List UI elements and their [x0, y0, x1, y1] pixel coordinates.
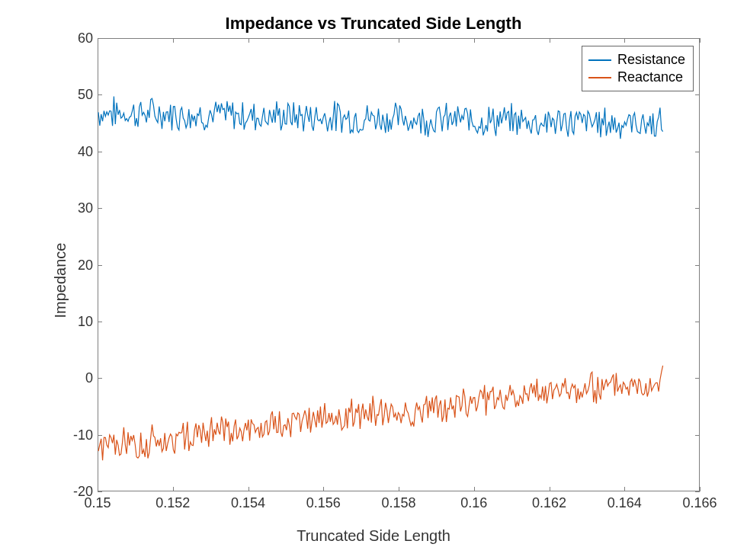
- y-tick-mark: [98, 152, 102, 152]
- x-tick-mark: [248, 487, 249, 491]
- x-tick-mark: [323, 487, 324, 491]
- x-tick-mark: [550, 487, 550, 491]
- series-line-reactance: [98, 366, 663, 461]
- series-line-resistance: [98, 97, 663, 139]
- legend-item-reactance: Reactance: [588, 69, 685, 85]
- y-tick-mark: [695, 491, 700, 492]
- x-tick-mark: [98, 38, 98, 43]
- y-tick-label: 50: [47, 87, 93, 103]
- y-tick-mark: [98, 435, 102, 436]
- x-tick-mark: [323, 38, 324, 43]
- y-tick-label: 0: [47, 370, 93, 386]
- y-tick-label: -10: [47, 427, 93, 443]
- y-tick-mark: [98, 491, 102, 492]
- x-tick-mark: [700, 38, 701, 43]
- x-tick-mark: [173, 487, 174, 491]
- x-tick-label: 0.164: [608, 495, 642, 511]
- x-tick-mark: [399, 487, 399, 491]
- legend-label-resistance: Resistance: [617, 52, 685, 68]
- y-tick-label: 20: [47, 257, 93, 273]
- x-tick-label: 0.156: [306, 495, 341, 511]
- x-tick-mark: [474, 38, 475, 43]
- y-tick-mark: [98, 322, 102, 322]
- y-tick-label: 40: [47, 143, 93, 159]
- x-tick-label: 0.154: [231, 495, 265, 511]
- x-axis-label: Truncated Side Length: [0, 527, 747, 545]
- x-tick-mark: [700, 487, 701, 491]
- x-tick-mark: [550, 38, 550, 43]
- y-tick-mark: [98, 378, 102, 379]
- x-tick-mark: [98, 487, 98, 491]
- x-tick-label: 0.162: [532, 495, 566, 511]
- y-axis-label: Impedance: [52, 242, 69, 318]
- y-tick-mark: [695, 265, 700, 266]
- x-tick-mark: [474, 487, 475, 491]
- x-tick-mark: [248, 38, 249, 43]
- y-tick-mark: [695, 208, 700, 209]
- x-tick-label: 0.15: [84, 495, 111, 511]
- x-tick-mark: [624, 487, 625, 491]
- chart-container: Impedance vs Truncated Side Length Imped…: [0, 0, 747, 560]
- y-tick-label: 60: [47, 30, 93, 46]
- y-tick-mark: [98, 208, 102, 209]
- legend-swatch-resistance: [588, 59, 611, 61]
- y-tick-mark: [695, 378, 700, 379]
- legend-item-resistance: Resistance: [588, 52, 685, 68]
- y-tick-label: 30: [47, 200, 93, 216]
- chart-title: Impedance vs Truncated Side Length: [0, 14, 747, 34]
- y-tick-mark: [695, 435, 700, 436]
- x-tick-label: 0.166: [682, 495, 717, 511]
- x-tick-label: 0.16: [460, 495, 487, 511]
- x-tick-mark: [624, 38, 625, 43]
- x-tick-mark: [173, 38, 174, 43]
- x-tick-label: 0.152: [155, 495, 190, 511]
- y-tick-mark: [695, 152, 700, 152]
- y-tick-label: 10: [47, 313, 93, 329]
- y-tick-mark: [98, 265, 102, 266]
- y-tick-mark: [98, 94, 102, 95]
- legend-label-reactance: Reactance: [617, 69, 683, 85]
- plot-area: [98, 38, 700, 491]
- legend: Resistance Reactance: [582, 46, 694, 91]
- x-tick-label: 0.158: [381, 495, 415, 511]
- chart-lines-svg: [98, 39, 699, 491]
- y-tick-mark: [695, 322, 700, 322]
- x-tick-mark: [399, 38, 399, 43]
- y-tick-mark: [695, 94, 700, 95]
- legend-swatch-reactance: [588, 77, 611, 78]
